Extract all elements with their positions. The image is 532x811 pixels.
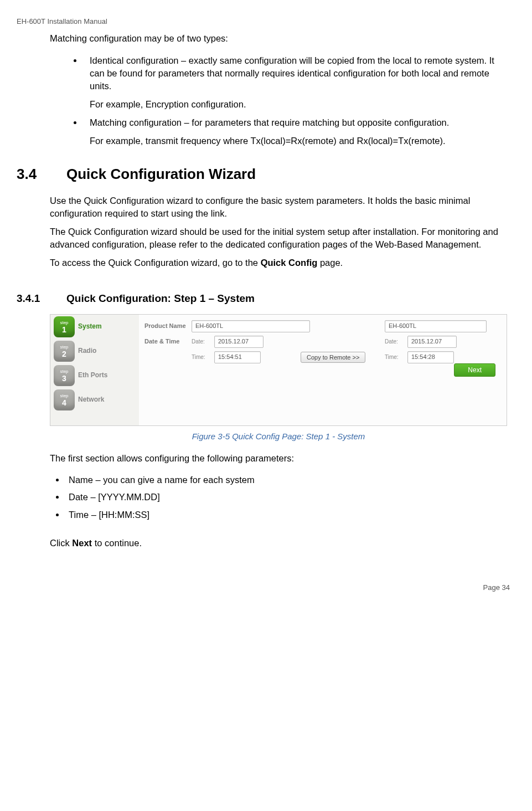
step-num: 4 <box>62 399 66 407</box>
step-label: System <box>78 322 102 331</box>
step-num: 1 <box>62 326 66 333</box>
subsection-title: Quick Configuration: Step 1 – System <box>66 292 255 304</box>
config-types-list: Identical configuration – exactly same c… <box>50 54 507 148</box>
datetime-label: Date & Time <box>144 337 192 346</box>
step-1-system[interactable]: step1 System <box>50 315 139 339</box>
step-3-ethports[interactable]: step3 Eth Ports <box>50 363 139 388</box>
text: page. <box>317 258 343 268</box>
step-label: Network <box>78 395 104 404</box>
time-input-remote[interactable]: 15:54:28 <box>407 351 454 363</box>
list-item: Date – [YYYY.MM.DD] <box>65 491 507 504</box>
subsection-heading: 3.4.1Quick Configuration: Step 1 – Syste… <box>17 291 510 306</box>
step-label: Eth Ports <box>78 371 107 380</box>
section-title: Quick Configuration Wizard <box>66 166 256 182</box>
section-p1: Use the Quick Configuration wizard to co… <box>50 194 507 220</box>
time-input-local[interactable]: 15:54:51 <box>214 351 261 363</box>
after-figure-text: The first section allows configuring the… <box>50 452 507 465</box>
date-input-local[interactable]: 2015.12.07 <box>214 336 264 348</box>
step-badge-3: step3 <box>54 365 75 386</box>
list-item: Time – [HH:MM:SS] <box>65 509 507 521</box>
intro-line: Matching configuration may be of two typ… <box>50 32 507 45</box>
next-bold: Next <box>72 538 92 548</box>
step-label: Radio <box>78 346 96 356</box>
section-p2: The Quick Configuration wizard should be… <box>50 225 507 251</box>
subsection-number: 3.4.1 <box>17 291 50 306</box>
list-item: Identical configuration – exactly same c… <box>83 54 507 111</box>
text: Click <box>50 538 72 548</box>
text: to continue. <box>92 538 142 548</box>
quick-config-bold: Quick Config <box>261 258 318 268</box>
step-2-radio[interactable]: step2 Radio <box>50 339 139 363</box>
time-label: Time: <box>192 353 211 361</box>
text: To access the Quick Configuration wizard… <box>50 258 261 268</box>
list-item: Matching configuration – for parameters … <box>83 116 507 147</box>
step-4-network[interactable]: step4 Network <box>50 388 139 412</box>
wizard-sidebar: step1 System step2 Radio step3 Eth Ports… <box>50 315 139 425</box>
date-input-remote[interactable]: 2015.12.07 <box>407 336 457 348</box>
bullet-main: Matching configuration – for parameters … <box>90 117 449 127</box>
wizard-main-panel: Product Name EH-600TL Date & Time Date: … <box>139 315 507 425</box>
next-button[interactable]: Next <box>454 363 495 377</box>
step-badge-4: step4 <box>54 389 75 410</box>
time-label: Time: <box>385 353 404 361</box>
section-number: 3.4 <box>17 164 50 184</box>
quick-config-screenshot: step1 System step2 Radio step3 Eth Ports… <box>50 314 507 426</box>
step-badge-1: step1 <box>54 316 75 337</box>
list-item: Name – you can give a name for each syst… <box>65 474 507 486</box>
click-next-line: Click Next to continue. <box>50 537 507 550</box>
product-name-input-remote[interactable]: EH-600TL <box>385 320 487 332</box>
product-name-input-local[interactable]: EH-600TL <box>192 320 310 332</box>
bullet-main: Identical configuration – exactly same c… <box>90 55 494 91</box>
product-name-label: Product Name <box>144 322 192 330</box>
section-heading: 3.4Quick Configuration Wizard <box>17 164 510 184</box>
figure-caption: Figure 3-5 Quick Config Page: Step 1 - S… <box>50 430 507 442</box>
step-num: 2 <box>62 350 66 358</box>
copy-to-remote-button[interactable]: Copy to Remote >> <box>301 352 365 363</box>
parameters-list: Name – you can give a name for each syst… <box>50 474 507 521</box>
date-label: Date: <box>385 338 404 346</box>
section-p3: To access the Quick Configuration wizard… <box>50 256 507 269</box>
header-title: EH-600T Installation Manual <box>17 17 510 27</box>
date-label: Date: <box>192 338 211 346</box>
step-badge-2: step2 <box>54 341 75 362</box>
step-num: 3 <box>62 374 66 382</box>
bullet-sub: For example, transmit frequency where Tx… <box>90 135 507 147</box>
bullet-sub: For example, Encryption configuration. <box>90 98 507 111</box>
page-footer: Page 34 <box>17 583 510 593</box>
